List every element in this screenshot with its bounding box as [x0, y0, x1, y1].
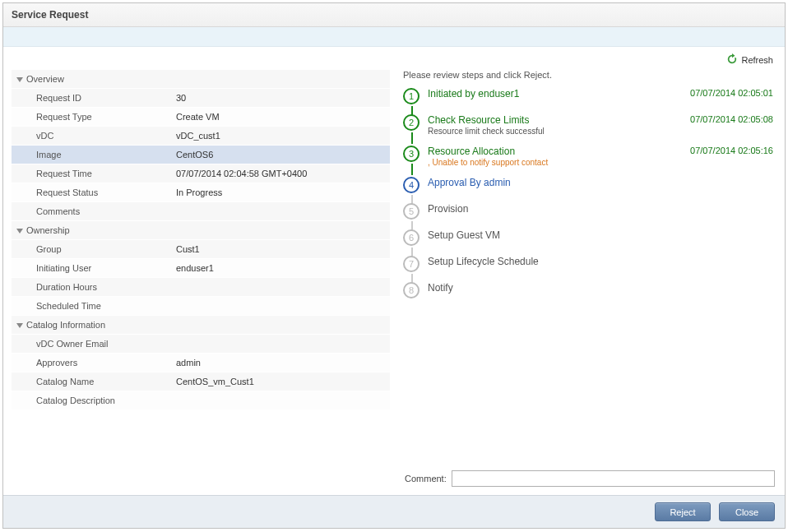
dialog-footer: Reject Close: [3, 495, 785, 528]
value: CentOS6: [176, 150, 390, 160]
step-number-icon: 7: [403, 256, 419, 272]
workflow-step: 6Setup Guest VM: [403, 229, 776, 246]
step-title: Setup Lifecycle Schedule: [428, 256, 661, 267]
empty-row: [12, 448, 390, 467]
step-body: Resource Allocation, Unable to notify su…: [428, 146, 661, 167]
row-request-status[interactable]: Request Status In Progress: [12, 183, 390, 202]
step-title: Initiated by enduser1: [428, 88, 661, 99]
step-timestamp: 07/07/2014 02:05:01: [661, 88, 776, 98]
row-request-type[interactable]: Request Type Create VM: [12, 108, 390, 127]
refresh-button[interactable]: Refresh: [726, 53, 773, 67]
row-image[interactable]: Image CentOS6: [12, 146, 390, 164]
row-duration-hours[interactable]: Duration Hours: [12, 278, 390, 297]
workflow-step: 4Approval By admin: [403, 177, 776, 193]
row-comments[interactable]: Comments: [12, 202, 390, 221]
step-number-icon: 4: [403, 177, 419, 193]
label: Comments: [36, 206, 176, 216]
row-scheduled-time[interactable]: Scheduled Time: [12, 297, 390, 316]
step-body: Initiated by enduser1: [428, 88, 661, 99]
step-title: Notify: [428, 282, 661, 294]
label: Group: [36, 244, 176, 254]
reject-button[interactable]: Reject: [655, 502, 711, 521]
section-ownership-label: Ownership: [26, 225, 70, 235]
instruction-text: Please review steps and click Reject.: [403, 70, 776, 80]
step-body: Notify: [428, 282, 661, 294]
value: admin: [176, 358, 390, 368]
workflow-step: 1Initiated by enduser107/07/2014 02:05:0…: [403, 88, 776, 104]
step-number-icon: 3: [403, 146, 419, 162]
step-timestamp: 07/07/2014 02:05:08: [661, 114, 776, 124]
empty-row: [12, 467, 390, 486]
refresh-icon: [726, 53, 738, 67]
section-catalog[interactable]: Catalog Information: [12, 316, 390, 335]
label: Approvers: [36, 358, 176, 368]
value: vDC_cust1: [176, 131, 390, 141]
step-connector: [411, 164, 413, 175]
step-title: Check Resource Limits: [428, 114, 661, 126]
step-title: Resource Allocation: [428, 146, 661, 157]
row-catalog-name[interactable]: Catalog Name CentOS_vm_Cust1: [12, 372, 390, 391]
row-vdc[interactable]: vDC vDC_cust1: [12, 127, 390, 146]
dialog-title: Service Request: [3, 3, 785, 27]
workflow-step: 3Resource Allocation, Unable to notify s…: [403, 146, 776, 167]
workflow-pane: Please review steps and click Reject. 1I…: [398, 70, 776, 488]
toolbar: Refresh: [3, 47, 785, 70]
empty-row: [12, 410, 390, 429]
step-number-icon: 8: [403, 282, 419, 298]
label: vDC Owner Email: [36, 339, 176, 349]
label: Catalog Description: [36, 396, 176, 405]
step-title: Approval By admin: [428, 177, 661, 188]
row-request-time[interactable]: Request Time 07/07/2014 02:04:58 GMT+040…: [12, 164, 390, 183]
workflow-step: 2Check Resource LimitsResource limit che…: [403, 114, 776, 136]
value: CentOS_vm_Cust1: [176, 377, 390, 386]
row-vdc-owner-email[interactable]: vDC Owner Email: [12, 335, 390, 354]
empty-rows: [12, 410, 390, 486]
label: Request Time: [36, 169, 176, 178]
step-number-icon: 1: [403, 88, 419, 104]
value: Create VM: [176, 112, 390, 122]
label: Request Type: [36, 112, 176, 122]
chevron-down-icon: [16, 323, 23, 328]
label: Request ID: [36, 93, 176, 103]
value: enduser1: [176, 263, 390, 273]
section-ownership[interactable]: Ownership: [12, 221, 390, 240]
step-number-icon: 5: [403, 203, 419, 220]
chevron-down-icon: [16, 77, 23, 82]
step-connector: [411, 132, 413, 144]
label: Request Status: [36, 187, 176, 197]
comment-input[interactable]: [452, 470, 775, 487]
step-body: Approval By admin: [428, 177, 661, 188]
section-catalog-label: Catalog Information: [26, 320, 105, 330]
workflow-step: 8Notify: [403, 282, 776, 298]
value: 07/07/2014 02:04:58 GMT+0400: [176, 169, 390, 178]
section-overview[interactable]: Overview: [12, 70, 390, 89]
value: In Progress: [176, 187, 390, 197]
comment-row: Comment:: [403, 465, 776, 488]
row-request-id[interactable]: Request ID 30: [12, 89, 390, 108]
row-group[interactable]: Group Cust1: [12, 240, 390, 259]
workflow-steps: 1Initiated by enduser107/07/2014 02:05:0…: [403, 88, 776, 308]
label: Scheduled Time: [36, 301, 176, 311]
step-body: Setup Guest VM: [428, 229, 661, 241]
empty-row: [12, 429, 390, 448]
row-initiating-user[interactable]: Initiating User enduser1: [12, 259, 390, 278]
close-button[interactable]: Close: [719, 502, 775, 521]
workflow-step: 7Setup Lifecycle Schedule: [403, 256, 776, 272]
step-body: Setup Lifecycle Schedule: [428, 256, 661, 267]
label: Duration Hours: [36, 282, 176, 292]
step-title: Setup Guest VM: [428, 229, 661, 241]
row-approvers[interactable]: Approvers admin: [12, 354, 390, 372]
chevron-down-icon: [16, 229, 23, 234]
step-timestamp: 07/07/2014 02:05:16: [661, 146, 776, 155]
step-title: Provision: [428, 203, 661, 215]
label: vDC: [36, 131, 176, 141]
label: Image: [36, 150, 176, 160]
service-request-dialog: Service Request Refresh Overview Request…: [2, 2, 786, 529]
value: 30: [176, 93, 390, 103]
step-body: Provision: [428, 203, 661, 215]
row-catalog-desc[interactable]: Catalog Description: [12, 391, 390, 410]
label: Initiating User: [36, 263, 176, 273]
details-pane: Overview Request ID 30 Request Type Crea…: [12, 70, 390, 488]
section-overview-label: Overview: [26, 74, 64, 84]
step-subtext: , Unable to notify support contact: [428, 158, 661, 167]
